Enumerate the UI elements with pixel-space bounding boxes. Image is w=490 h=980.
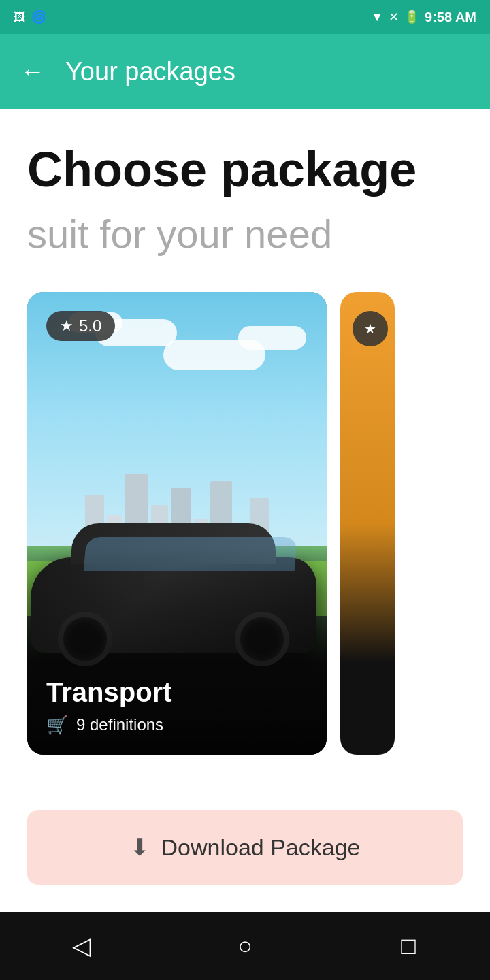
nav-home-icon: ○ [238, 932, 252, 960]
card-info: Transport 🛒 9 definitions [46, 677, 308, 736]
cards-row: ★ 5.0 Transport 🛒 9 definitions ★ [27, 292, 463, 769]
package-card-transport[interactable]: ★ 5.0 Transport 🛒 9 definitions [27, 292, 327, 755]
status-bar-right-icons: ▼ ✕ 🔋 9:58 AM [371, 10, 476, 25]
status-time: 9:58 AM [425, 10, 476, 25]
main-content: Choose package suit for your need [0, 109, 490, 789]
nav-overview-button[interactable]: □ [381, 919, 436, 973]
package-card-partial[interactable]: ★ [340, 292, 395, 755]
image-icon: 🌀 [31, 10, 46, 24]
signal-icon: ✕ [389, 10, 399, 24]
notification-icon: 🖼 [14, 10, 26, 24]
wifi-icon: ▼ [371, 10, 383, 24]
bottom-nav: ◁ ○ □ [0, 912, 490, 980]
download-icon: ⬇ [130, 834, 149, 861]
app-bar: ← Your packages [0, 34, 490, 109]
download-button[interactable]: ⬇ Download Package [27, 810, 463, 885]
download-section: ⬇ Download Package [0, 789, 490, 912]
status-bar: 🖼 🌀 ▼ ✕ 🔋 9:58 AM [0, 0, 490, 34]
cloud-4 [238, 326, 306, 350]
nav-back-icon: ◁ [72, 932, 91, 960]
rating-badge: ★ 5.0 [46, 311, 115, 341]
download-label: Download Package [161, 834, 361, 861]
partial-star-icon: ★ [364, 321, 376, 337]
card-title: Transport [46, 677, 308, 708]
cart-icon: 🛒 [46, 715, 68, 736]
back-button[interactable]: ← [20, 57, 45, 86]
page-heading: Choose package [27, 143, 463, 197]
status-bar-left-icons: 🖼 🌀 [14, 10, 46, 24]
battery-icon: 🔋 [404, 10, 419, 24]
nav-overview-icon: □ [401, 932, 416, 960]
definitions-label: 9 definitions [76, 715, 163, 734]
page-subheading: suit for your need [27, 210, 463, 258]
rating-value: 5.0 [79, 316, 101, 336]
nav-home-button[interactable]: ○ [218, 919, 272, 973]
nav-back-button[interactable]: ◁ [54, 919, 109, 973]
star-icon: ★ [60, 317, 74, 335]
partial-card-bg [340, 292, 395, 755]
app-bar-title: Your packages [65, 57, 235, 86]
partial-rating-badge: ★ [353, 311, 388, 346]
card-definitions: 🛒 9 definitions [46, 715, 308, 736]
